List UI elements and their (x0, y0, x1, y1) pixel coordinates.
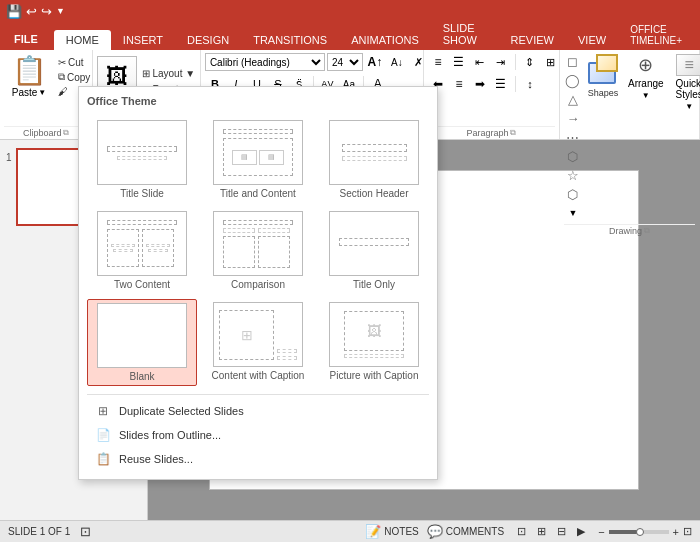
layout-label-title-only: Title Only (353, 279, 395, 290)
drawing-expand-icon[interactable]: ⧉ (644, 226, 650, 236)
fit-slide-icon[interactable]: ⊡ (80, 524, 91, 539)
status-left: SLIDE 1 OF 1 ⊡ (8, 524, 91, 539)
columns-button[interactable]: ⊞ (541, 52, 561, 72)
layout-item-picture-caption[interactable]: 🖼 Picture with Caption (319, 299, 429, 386)
decrease-indent-button[interactable]: ⇤ (470, 52, 490, 72)
layout-button[interactable]: ⊞ Layout ▼ (140, 67, 200, 80)
notes-button[interactable]: 📝 NOTES (365, 524, 418, 539)
customize-qat-icon[interactable]: ▼ (56, 6, 65, 16)
tab-transitions[interactable]: TRANSITIONS (241, 30, 339, 50)
layout-item-title-slide[interactable]: Title Slide (87, 117, 197, 202)
tab-review[interactable]: REVIEW (499, 30, 566, 50)
layout-item-blank[interactable]: Blank (87, 299, 197, 386)
reuse-icon: 📋 (95, 451, 111, 467)
layout-thumb-picture-caption: 🖼 (329, 302, 419, 367)
reading-view-icon[interactable]: ⊟ (552, 523, 570, 541)
layout-thumb-title-only (329, 211, 419, 276)
layout-label-section-header: Section Header (340, 188, 409, 199)
zoom-in-icon[interactable]: + (673, 526, 679, 538)
zoom-area: − + ⊡ (598, 525, 692, 538)
arrange-button[interactable]: ⊕ Arrange ▼ (624, 52, 668, 102)
slide-info: SLIDE 1 OF 1 (8, 526, 70, 537)
layout-item-content-caption[interactable]: ⊞ Content with Caption (203, 299, 313, 386)
layout-item-section-header[interactable]: Section Header (319, 117, 429, 202)
copy-button[interactable]: ⧉ Copy (56, 70, 92, 84)
tab-animations[interactable]: ANIMATIONS (339, 30, 431, 50)
paste-button[interactable]: 📋 Paste ▼ (4, 52, 54, 100)
shape-item[interactable]: ⬡ (564, 147, 582, 165)
paragraph-expand-icon[interactable]: ⧉ (510, 128, 516, 138)
shape-item[interactable]: ☆ (564, 166, 582, 184)
comments-button[interactable]: 💬 COMMENTS (427, 524, 504, 539)
format-painter-icon: 🖌 (58, 86, 68, 97)
save-icon[interactable]: 💾 (6, 4, 22, 19)
shape-item[interactable]: → (564, 109, 582, 127)
ribbon-tabs-bar: FILE HOME INSERT DESIGN TRANSITIONS ANIM… (0, 22, 700, 50)
layout-icon: ⊞ (142, 68, 150, 79)
drawing-group-label: Drawing ⧉ (564, 224, 695, 237)
layout-thumb-blank (97, 303, 187, 368)
slides-from-outline-item[interactable]: 📄 Slides from Outline... (87, 423, 429, 447)
redo-icon[interactable]: ↪ (41, 4, 52, 19)
paragraph-group-label: Paragraph ⧉ (428, 126, 555, 139)
clipboard-expand-icon[interactable]: ⧉ (63, 128, 69, 138)
app-wrapper: 💾 ↩ ↪ ▼ FILE HOME INSERT DESIGN TRANSITI… (0, 0, 700, 542)
notes-label: NOTES (384, 526, 418, 537)
bullets-button[interactable]: ≡ (428, 52, 448, 72)
shape-more[interactable]: ▼ (564, 204, 582, 222)
align-right-button[interactable]: ➡ (470, 74, 490, 94)
tab-insert[interactable]: INSERT (111, 30, 175, 50)
layout-dropdown-panel: Office Theme Title Slide (78, 86, 438, 480)
font-size-select[interactable]: 24 (327, 53, 363, 71)
tab-home[interactable]: HOME (54, 30, 111, 50)
layout-label-content-caption: Content with Caption (212, 370, 305, 381)
layout-item-title-content[interactable]: ▤ ▤ Title and Content (203, 117, 313, 202)
decrease-font-button[interactable]: A↓ (387, 52, 407, 72)
layout-item-comparison[interactable]: Comparison (203, 208, 313, 293)
line-spacing-button[interactable]: ↕ (520, 74, 540, 94)
tab-slideshow[interactable]: SLIDE SHOW (431, 18, 499, 50)
shape-item[interactable]: ◻ (564, 52, 582, 70)
fit-page-icon[interactable]: ⊡ (683, 525, 692, 538)
layout-thumb-two-content (97, 211, 187, 276)
numbered-list-button[interactable]: ☰ (449, 52, 469, 72)
notes-icon: 📝 (365, 524, 381, 539)
quick-styles-button[interactable]: ≡ QuickStyles ▼ (672, 52, 700, 113)
duplicate-slides-item[interactable]: ⊞ Duplicate Selected Slides (87, 399, 429, 423)
reuse-slides-item[interactable]: 📋 Reuse Slides... (87, 447, 429, 471)
shape-item[interactable]: ⬡ (564, 185, 582, 203)
zoom-slider[interactable] (609, 530, 669, 534)
align-center-button[interactable]: ≡ (449, 74, 469, 94)
zoom-out-icon[interactable]: − (598, 526, 604, 538)
shapes-preview[interactable] (586, 52, 620, 86)
text-direction-button[interactable]: ⇕ (520, 52, 540, 72)
outline-label: Slides from Outline... (119, 429, 221, 441)
increase-indent-button[interactable]: ⇥ (491, 52, 511, 72)
layout-label-title-slide: Title Slide (120, 188, 164, 199)
layout-item-two-content[interactable]: Two Content (87, 208, 197, 293)
cut-button[interactable]: ✂ Cut (56, 56, 92, 69)
slideshow-view-icon[interactable]: ▶ (572, 523, 590, 541)
ribbon-group-drawing: ◻ ◯ △ → ⋯ ⬡ ☆ ⬡ ▼ (560, 50, 700, 139)
increase-font-button[interactable]: A↑ (365, 52, 385, 72)
tab-officetimeline[interactable]: OFFICE TIMELINE+ (618, 20, 700, 50)
tab-design[interactable]: DESIGN (175, 30, 241, 50)
shape-item[interactable]: ⋯ (564, 128, 582, 146)
view-icons: ⊡ ⊞ ⊟ ▶ (512, 523, 590, 541)
slide-sorter-icon[interactable]: ⊞ (532, 523, 550, 541)
duplicate-icon: ⊞ (95, 403, 111, 419)
font-name-select[interactable]: Calibri (Headings) (205, 53, 325, 71)
arrange-icon: ⊕ (638, 54, 653, 76)
undo-icon[interactable]: ↩ (26, 4, 37, 19)
justify-button[interactable]: ☰ (491, 74, 511, 94)
layout-thumb-section-header (329, 120, 419, 185)
shape-item[interactable]: △ (564, 90, 582, 108)
normal-view-icon[interactable]: ⊡ (512, 523, 530, 541)
outline-icon: 📄 (95, 427, 111, 443)
comments-label: COMMENTS (446, 526, 504, 537)
quick-access-toolbar: 💾 ↩ ↪ ▼ (0, 0, 700, 22)
layout-item-title-only[interactable]: Title Only (319, 208, 429, 293)
tab-file[interactable]: FILE (0, 28, 52, 50)
tab-view[interactable]: VIEW (566, 30, 618, 50)
shape-item[interactable]: ◯ (564, 71, 582, 89)
